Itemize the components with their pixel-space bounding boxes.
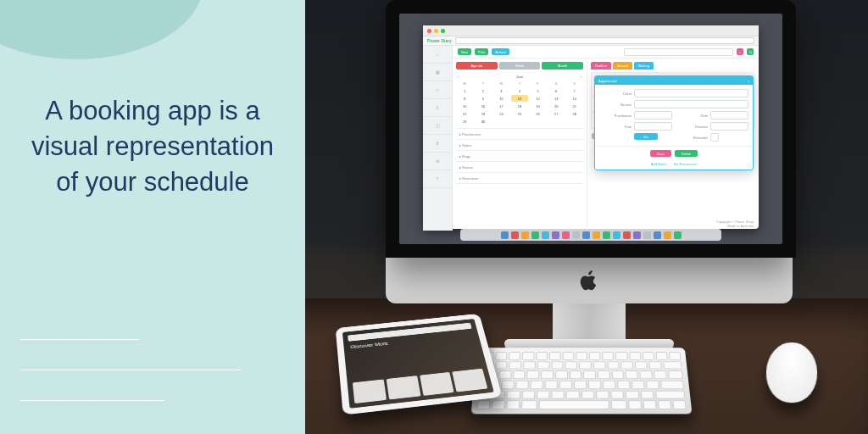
cal-day[interactable]: 7 <box>565 87 583 94</box>
cal-day[interactable]: 13 <box>548 95 565 102</box>
dock-app-icon[interactable] <box>603 231 610 239</box>
cal-day[interactable]: 14 <box>565 95 583 102</box>
cal-day[interactable]: 8 <box>456 95 474 102</box>
print-button[interactable]: Print <box>475 48 488 55</box>
people-icon[interactable]: ☺ <box>423 81 452 99</box>
window-close-icon[interactable] <box>427 29 431 33</box>
service-field[interactable] <box>634 100 748 108</box>
dock-app-icon[interactable] <box>531 231 539 239</box>
add-notes-link[interactable]: Add Notes <box>651 162 667 166</box>
dock-app-icon[interactable] <box>643 231 651 239</box>
dock-app-icon[interactable] <box>623 231 631 239</box>
decorative-rule <box>20 370 241 370</box>
dock-app-icon[interactable] <box>593 231 600 239</box>
cal-day[interactable]: 24 <box>492 110 510 117</box>
cal-day[interactable]: 2 <box>475 87 492 94</box>
cal-day[interactable]: 28 <box>565 110 583 117</box>
cal-day[interactable]: 25 <box>511 110 529 117</box>
accordion-row[interactable]: ▸ Practitioners <box>456 129 583 140</box>
chart-icon[interactable]: ◫ <box>423 117 452 135</box>
app-content: Agenda Week Month ‹ June › <box>453 58 759 231</box>
cal-day[interactable]: 6 <box>548 87 565 94</box>
cal-day[interactable]: 23 <box>475 110 492 117</box>
cal-day[interactable]: 27 <box>548 110 565 117</box>
keyboard[interactable] <box>470 348 692 414</box>
accordion-row[interactable]: ▸ Resources <box>456 173 583 184</box>
dock-app-icon[interactable] <box>511 231 519 239</box>
cal-day[interactable]: 16 <box>475 103 492 109</box>
delete-button[interactable]: Delete <box>675 150 698 157</box>
actions-button[interactable]: Actions <box>492 48 509 55</box>
dock-app-icon[interactable] <box>633 231 641 239</box>
cal-day[interactable]: 30 <box>475 118 492 125</box>
save-button[interactable]: Save <box>650 150 671 157</box>
set-recurrence-link[interactable]: Set Recurrence <box>673 162 697 166</box>
dock-app-icon[interactable] <box>654 231 661 239</box>
dock-app-icon[interactable] <box>501 231 509 239</box>
go-button[interactable]: Go <box>634 133 658 140</box>
segment-week[interactable]: Week <box>499 62 541 70</box>
window-minimize-icon[interactable] <box>434 29 438 33</box>
duration-field[interactable] <box>710 122 748 131</box>
dock-app-icon[interactable] <box>521 231 529 239</box>
cal-prev[interactable]: ‹ <box>458 75 459 79</box>
tab[interactable]: Confirm <box>591 62 611 70</box>
cal-day[interactable]: 4 <box>511 87 529 94</box>
accordion-row[interactable]: ▸ Flags <box>456 151 583 162</box>
client-field[interactable] <box>634 89 748 97</box>
dock-app-icon[interactable] <box>542 231 549 239</box>
add-button[interactable]: + <box>737 48 743 55</box>
help-icon[interactable]: ? <box>423 170 452 188</box>
reminder-field[interactable] <box>710 133 719 142</box>
cal-dow: T <box>475 80 492 86</box>
close-icon[interactable]: × <box>748 79 749 83</box>
dock-app-icon[interactable] <box>572 231 580 239</box>
cal-day[interactable]: 1 <box>456 87 474 94</box>
cal-day[interactable]: 3 <box>492 87 510 94</box>
money-icon[interactable]: $ <box>423 135 452 153</box>
cal-day[interactable]: 11 <box>511 95 529 102</box>
cal-day[interactable]: 15 <box>456 103 474 109</box>
practitioner-field[interactable] <box>634 111 672 120</box>
cal-day[interactable]: 29 <box>456 118 474 125</box>
dock-app-icon[interactable] <box>562 231 570 239</box>
new-button[interactable]: New <box>458 48 471 55</box>
tab[interactable]: Arrived <box>613 62 632 70</box>
dock-app-icon[interactable] <box>674 231 682 239</box>
status-tabs: ConfirmArrivedWaiting <box>591 62 755 70</box>
cal-day[interactable]: 21 <box>565 103 583 109</box>
tools-icon[interactable]: ✎ <box>423 99 452 117</box>
cal-day[interactable]: 18 <box>511 103 529 109</box>
refresh-button[interactable]: ↻ <box>747 48 754 55</box>
mouse[interactable] <box>765 342 819 403</box>
cal-day[interactable]: 22 <box>456 110 474 117</box>
tab[interactable]: Waiting <box>634 62 654 70</box>
dock-app-icon[interactable] <box>613 231 620 239</box>
cal-day[interactable]: 10 <box>492 95 510 102</box>
home-icon[interactable]: ⌂ <box>423 46 452 64</box>
time-field[interactable] <box>634 122 672 131</box>
cal-day[interactable]: 19 <box>529 103 547 109</box>
search-input[interactable] <box>624 48 733 56</box>
cal-day[interactable]: 17 <box>492 103 510 109</box>
accordion-row[interactable]: ▸ Rooms <box>456 162 583 173</box>
cal-day[interactable]: 12 <box>529 95 547 102</box>
cal-day[interactable]: 26 <box>529 110 547 117</box>
macos-dock[interactable] <box>460 229 721 241</box>
cal-day[interactable]: 20 <box>548 103 565 109</box>
cal-next[interactable]: › <box>581 75 581 79</box>
dock-app-icon[interactable] <box>582 231 590 239</box>
gear-icon[interactable]: ⚙ <box>423 153 452 170</box>
segment-month[interactable]: Month <box>542 62 583 70</box>
dock-app-icon[interactable] <box>552 231 559 239</box>
cal-day[interactable]: 9 <box>475 95 492 102</box>
accordion-row[interactable]: ▸ Status <box>456 140 583 151</box>
cal-day[interactable]: 5 <box>529 87 547 94</box>
segment-agenda[interactable]: Agenda <box>456 62 498 70</box>
calendar-icon[interactable]: ▦ <box>423 64 452 81</box>
decorative-rule <box>20 400 164 401</box>
address-bar[interactable] <box>455 37 754 44</box>
date-field[interactable] <box>710 111 748 120</box>
window-zoom-icon[interactable] <box>441 29 445 33</box>
dock-app-icon[interactable] <box>664 231 671 239</box>
